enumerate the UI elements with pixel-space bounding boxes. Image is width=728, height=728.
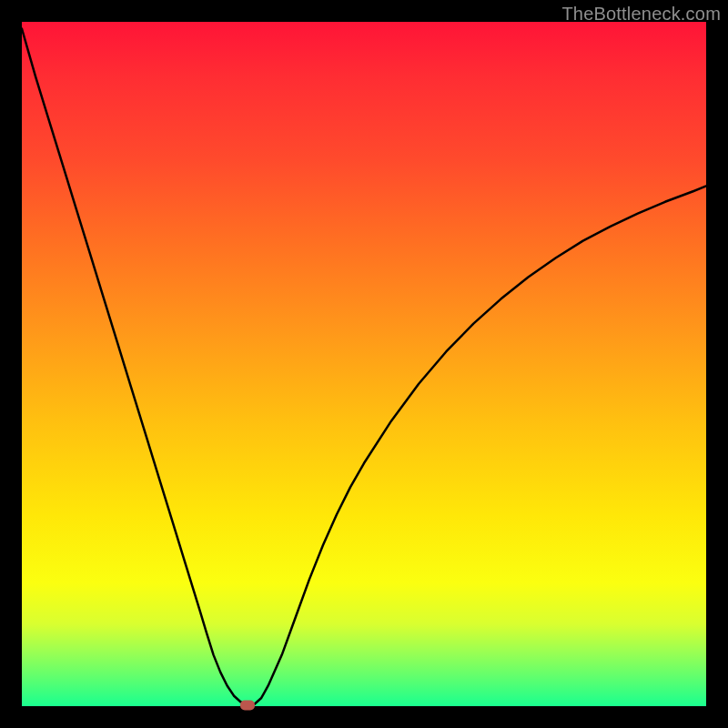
watermark-text: TheBottleneck.com — [561, 4, 721, 25]
bottleneck-curve — [22, 22, 706, 706]
plot-area — [22, 22, 706, 706]
chart-stage: TheBottleneck.com — [0, 0, 728, 728]
optimal-point-marker — [240, 701, 255, 711]
